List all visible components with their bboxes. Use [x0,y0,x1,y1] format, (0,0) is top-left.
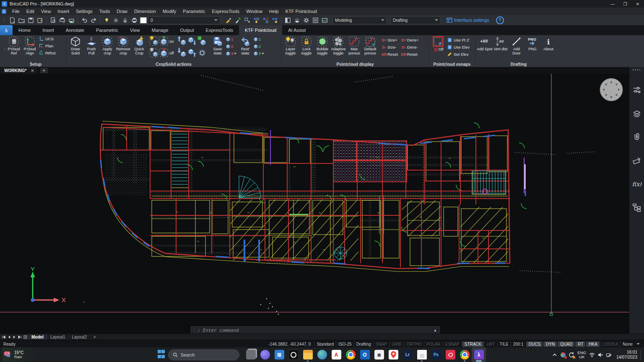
menu-draw[interactable]: Draw [113,8,131,15]
ucs-button[interactable]: UCS [39,35,55,42]
esnap-off-button[interactable]: Off [430,35,446,52]
status-toggle-lwt[interactable]: LWT [484,341,497,347]
color-swatch[interactable] [140,17,147,23]
match-properties-icon[interactable] [224,16,233,24]
autocad-button[interactable]: A [329,347,343,362]
layer-print-icon[interactable] [130,16,139,24]
crop-extend-button[interactable] [197,36,207,46]
structure-icon[interactable] [631,202,642,213]
panels-icon[interactable] [283,16,292,24]
bubble-toggle-button[interactable]: Bubble toggle [314,35,330,55]
status-toggle-snap[interactable]: SNAP [373,341,389,347]
restore-button[interactable]: ❐ [619,0,631,8]
save-state-button[interactable]: Save state [210,35,226,55]
isolate-entities-icon[interactable] [252,16,261,24]
size-plus-button[interactable]: S+Size+ [381,36,398,44]
minimize-button[interactable]: — [606,0,619,8]
settings-gear-icon[interactable] [301,16,311,24]
status-toggle-dyn[interactable]: DYN [543,341,557,347]
rest-state-button[interactable]: Rest' state [237,35,253,55]
outlook-button[interactable]: O [358,347,372,362]
layer-freeze-icon[interactable] [111,16,120,24]
lightroom-button[interactable]: Lr [400,347,415,362]
default-porous-button[interactable]: Default porous [362,35,378,55]
use-pt-z-button[interactable]: Use Pt Z [447,36,470,44]
unisolate-entities-icon[interactable] [270,16,279,24]
layer-on-icon[interactable] [102,16,111,24]
structure-list-icon[interactable] [311,16,320,24]
save-icon[interactable] [26,16,35,24]
crop-top-button[interactable] [187,36,197,46]
crop-on-cube-button[interactable] [159,36,169,46]
pen-battery-icon[interactable] [605,350,613,360]
tray-expand-icon[interactable] [551,350,559,360]
chrome-button[interactable] [457,347,472,362]
eyedropper-icon[interactable] [233,16,242,24]
new-file-icon[interactable] [8,16,17,24]
save-state-slot-2[interactable]: 2 [226,43,236,50]
status-field-none[interactable]: None [620,341,635,347]
tools-icon[interactable] [631,155,642,166]
panel-handle-dots[interactable]: •••• [633,68,641,72]
close-icon[interactable]: ✕ [31,68,34,73]
remove-crop-button[interactable]: Remove crop [115,35,131,55]
tab-manage[interactable]: Manage [146,25,174,35]
audio-app-button[interactable] [286,347,301,362]
apply-crop-button[interactable]: Apply crop [99,35,115,55]
tab-layout2[interactable]: Layout2 [68,334,90,340]
prev-layout-button[interactable] [6,335,12,340]
status-toggle-ducs[interactable]: DUCS [526,341,543,347]
menu-file[interactable]: File [9,8,23,15]
render-image-icon[interactable] [320,16,329,24]
preview-icon[interactable] [48,16,57,24]
set-elev-button[interactable]: Set Elev [447,51,470,58]
dens-plus-button[interactable]: D+Dens+ [400,36,419,44]
status-toggle-lockui[interactable]: LOCKUI [600,341,620,347]
file-explorer-button[interactable] [301,347,315,362]
draw-solid-button[interactable]: Draw Solid [68,35,83,55]
volume-muted-icon[interactable] [596,350,605,360]
browser-globe-button[interactable] [315,347,329,362]
status-toggle-grid[interactable]: GRID [389,341,404,347]
print-settings-icon[interactable] [57,16,67,24]
attachments-icon[interactable] [631,132,642,142]
menu-dimension[interactable]: Dimension [131,8,159,15]
layer-toggle-button[interactable]: Layer toggle [283,35,299,55]
spreadsheet-app-button[interactable]: ▦ [372,347,386,362]
crop-hide-bulb-button[interactable] [149,48,159,58]
print-icon[interactable] [67,16,76,24]
layers-icon[interactable] [631,108,642,119]
show-desktop-button[interactable] [641,350,642,360]
crop-down-button[interactable] [177,48,187,58]
crop-settings-button[interactable] [197,48,207,58]
tab-parametric[interactable]: Parametric [90,25,124,35]
save-state-slot-1[interactable]: 1 [226,36,236,43]
clock[interactable]: 16:0114/07/2023 [616,350,637,360]
tab-insert[interactable]: Insert [36,25,60,35]
max-porous-button[interactable]: Max porous [346,35,362,55]
interface-settings-button[interactable]: Interface settings [447,18,489,23]
start-button[interactable] [158,350,165,360]
draw-order-icon[interactable] [292,16,301,24]
document-tab[interactable]: WORKING* ✕ [0,67,37,74]
status-field-scale[interactable]: 200:1 [511,341,526,347]
close-button[interactable]: ✕ [631,0,644,8]
taskview-button[interactable] [244,347,258,362]
status-field-standard[interactable]: Standard [314,341,336,347]
status-toggle-strack[interactable]: STRACK [462,341,484,347]
chrome-profile-button[interactable] [343,347,358,362]
command-input[interactable]: Enter command [203,328,239,333]
new-document-button[interactable]: + [40,68,48,73]
push-pull-button[interactable]: Push Pull [83,35,99,55]
crop-off-cube-button[interactable] [159,48,169,58]
bricscad-taskbar-button[interactable]: λ [472,347,486,362]
size-reset-button[interactable]: SRReset [381,51,398,58]
drawing-canvas[interactable] [0,74,629,334]
rest-state-slot-1[interactable]: 1 [253,36,264,43]
next-layout-button[interactable] [12,335,17,340]
command-expand-icon[interactable]: ▲ [434,328,439,332]
png-button[interactable]: PNG PNG [525,35,540,52]
use-elev-button[interactable]: Use Elev [447,44,470,51]
tab-ai-assist[interactable]: AI Assist [282,25,312,35]
profile-dropdown[interactable]: Drafting [390,16,441,24]
